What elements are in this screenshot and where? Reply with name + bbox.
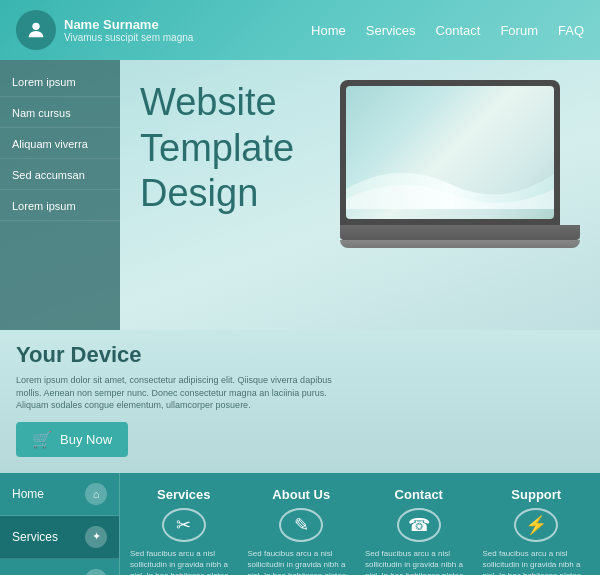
device-title: Your Device xyxy=(16,342,584,368)
sidebar-item-5[interactable]: Lorem ipsum xyxy=(0,192,120,221)
nav-faq[interactable]: FAQ xyxy=(558,23,584,38)
home-icon: ⌂ xyxy=(85,483,107,505)
buy-button-label: Buy Now xyxy=(60,432,112,447)
logo-area: Name Surname Vivamus suscipit sem magna xyxy=(16,10,193,50)
main-nav: Home Services Contact Forum FAQ xyxy=(311,23,584,38)
bottom-section: Home ⌂ Services ✦ Gallery ▣ Login → Serv… xyxy=(0,473,600,575)
sidebar-item-2[interactable]: Nam cursus xyxy=(0,99,120,128)
bottom-nav-home-label: Home xyxy=(12,487,44,501)
services-col-text: Sed faucibus arcu a nisl sollicitudin in… xyxy=(130,548,238,575)
user-name: Name Surname xyxy=(64,17,193,32)
bottom-col-about: About Us ✎ Sed faucibus arcu a nisl soll… xyxy=(248,487,356,575)
services-icon: ✦ xyxy=(85,526,107,548)
gallery-icon: ▣ xyxy=(85,569,107,575)
support-col-title: Support xyxy=(511,487,561,502)
user-subtitle: Vivamus suscipit sem magna xyxy=(64,32,193,43)
bottom-nav-services-label: Services xyxy=(12,530,58,544)
hero-title-line1: Website xyxy=(140,81,277,123)
hero-content: Website Template Design xyxy=(120,60,600,330)
hero-title-line2: Template xyxy=(140,127,294,169)
avatar xyxy=(16,10,56,50)
support-col-text: Sed faucibus arcu a nisl sollicitudin in… xyxy=(483,548,591,575)
bottom-col-services: Services ✂ Sed faucibus arcu a nisl soll… xyxy=(130,487,238,575)
sidebar: Lorem ipsum Nam cursus Aliquam viverra S… xyxy=(0,60,120,330)
sidebar-item-1[interactable]: Lorem ipsum xyxy=(0,68,120,97)
hero-section: Lorem ipsum Nam cursus Aliquam viverra S… xyxy=(0,60,600,330)
bottom-col-support: Support ⚡ Sed faucibus arcu a nisl solli… xyxy=(483,487,591,575)
nav-services[interactable]: Services xyxy=(366,23,416,38)
laptop-screen-outer xyxy=(340,80,560,225)
support-col-icon: ⚡ xyxy=(514,508,558,542)
laptop-base xyxy=(340,225,580,240)
contact-col-text: Sed faucibus arcu a nisl sollicitudin in… xyxy=(365,548,473,575)
laptop-bottom xyxy=(340,240,580,248)
sidebar-item-3[interactable]: Aliquam viverra xyxy=(0,130,120,159)
bottom-columns: Services ✂ Sed faucibus arcu a nisl soll… xyxy=(120,473,600,575)
sidebar-item-4[interactable]: Sed accumsan xyxy=(0,161,120,190)
bottom-nav-home[interactable]: Home ⌂ xyxy=(0,473,119,516)
bottom-nav-services[interactable]: Services ✦ xyxy=(0,516,119,559)
header: Name Surname Vivamus suscipit sem magna … xyxy=(0,0,600,60)
about-col-title: About Us xyxy=(272,487,330,502)
about-col-text: Sed faucibus arcu a nisl sollicitudin in… xyxy=(248,548,356,575)
about-col-icon: ✎ xyxy=(279,508,323,542)
device-description: Lorem ipsum dolor sit amet, consectetur … xyxy=(16,374,356,412)
bottom-nav: Home ⌂ Services ✦ Gallery ▣ Login → xyxy=(0,473,120,575)
device-section: Your Device Lorem ipsum dolor sit amet, … xyxy=(0,330,600,473)
hero-title-line3: Design xyxy=(140,172,258,214)
bottom-col-contact: Contact ☎ Sed faucibus arcu a nisl solli… xyxy=(365,487,473,575)
buy-now-button[interactable]: 🛒 Buy Now xyxy=(16,422,128,457)
nav-contact[interactable]: Contact xyxy=(436,23,481,38)
services-col-title: Services xyxy=(157,487,211,502)
contact-col-icon: ☎ xyxy=(397,508,441,542)
laptop-screen xyxy=(346,86,554,219)
contact-col-title: Contact xyxy=(395,487,443,502)
nav-home[interactable]: Home xyxy=(311,23,346,38)
user-info: Name Surname Vivamus suscipit sem magna xyxy=(64,17,193,43)
bottom-nav-gallery[interactable]: Gallery ▣ xyxy=(0,559,119,575)
cart-icon: 🛒 xyxy=(32,430,52,449)
svg-point-0 xyxy=(32,23,39,30)
services-col-icon: ✂ xyxy=(162,508,206,542)
nav-forum[interactable]: Forum xyxy=(500,23,538,38)
laptop-illustration xyxy=(340,80,580,280)
